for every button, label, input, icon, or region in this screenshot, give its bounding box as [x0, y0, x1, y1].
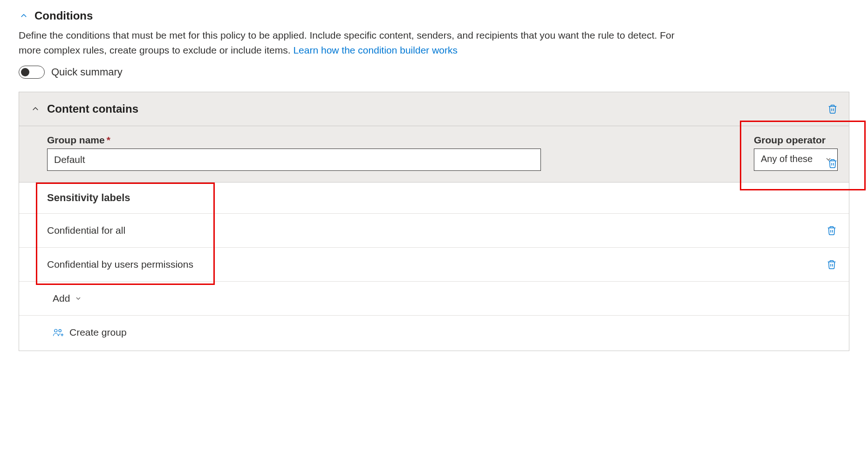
- trash-icon: [827, 225, 837, 236]
- trash-icon: [827, 103, 838, 115]
- sensitivity-label-text: Confidential by users permissions: [47, 259, 193, 270]
- conditions-title: Conditions: [34, 9, 93, 22]
- quick-summary-label: Quick summary: [51, 66, 123, 78]
- sensitivity-label-text: Confidential for all: [47, 225, 125, 236]
- add-button[interactable]: Add: [53, 293, 82, 304]
- delete-label-button[interactable]: [826, 224, 838, 237]
- content-contains-panel: Content contains Group name* Group opera…: [19, 92, 849, 351]
- delete-group-button[interactable]: [827, 157, 839, 170]
- people-add-icon: [53, 328, 64, 337]
- trash-icon: [827, 259, 837, 270]
- group-name-label: Group name*: [47, 135, 726, 146]
- trash-icon: [827, 158, 838, 169]
- chevron-down-icon: [75, 295, 82, 302]
- group-name-input[interactable]: [47, 149, 541, 171]
- sensitivity-label-row: Confidential for all: [19, 214, 849, 248]
- create-group-button[interactable]: Create group: [53, 327, 127, 338]
- group-operator-label: Group operator: [754, 135, 838, 146]
- svg-point-9: [59, 330, 61, 332]
- collapse-content-contains-icon[interactable]: [30, 104, 41, 114]
- quick-summary-toggle[interactable]: [19, 66, 45, 79]
- content-contains-title: Content contains: [47, 102, 138, 115]
- sensitivity-label-row: Confidential by users permissions: [19, 248, 849, 282]
- collapse-conditions-icon[interactable]: [19, 11, 29, 21]
- sensitivity-labels-heading: Sensitivity labels: [19, 183, 849, 214]
- delete-condition-button[interactable]: [827, 102, 839, 115]
- svg-point-8: [55, 329, 57, 332]
- group-operator-select[interactable]: Any of these: [754, 149, 838, 171]
- conditions-description: Define the conditions that must be met f…: [19, 28, 685, 57]
- learn-link[interactable]: Learn how the condition builder works: [293, 45, 458, 55]
- delete-label-button[interactable]: [826, 258, 838, 271]
